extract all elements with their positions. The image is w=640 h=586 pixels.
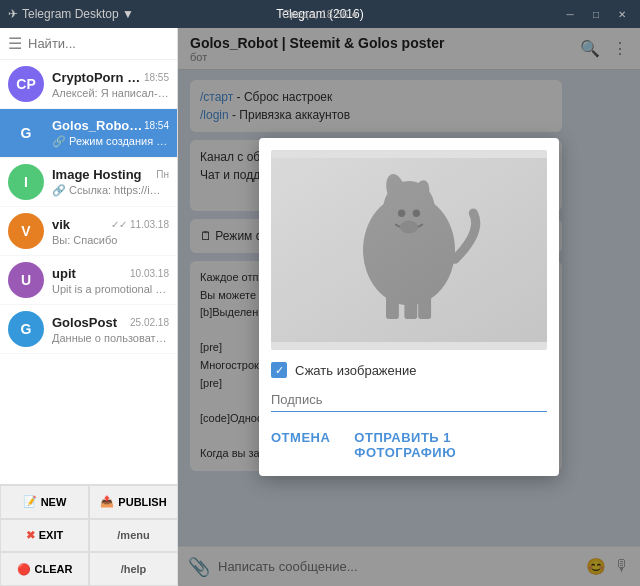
- chat-time: 25.02.18: [130, 317, 169, 328]
- compress-checkbox[interactable]: [271, 362, 287, 378]
- chat-item[interactable]: GGolos_Robot | Steem...18:54🔗 Режим созд…: [0, 109, 177, 158]
- chat-preview: Upit is a promotional servic...: [52, 283, 169, 295]
- chat-time: 18:55: [144, 72, 169, 83]
- avatar: U: [8, 262, 44, 298]
- chat-content: upit10.03.18Upit is a promotional servic…: [52, 266, 169, 295]
- chat-item[interactable]: CPCryptoPorn 🐛 Д...18:55Алексей: Я напис…: [0, 60, 177, 109]
- help-label: /help: [121, 563, 147, 575]
- chat-preview: Данные о пользователе go...: [52, 332, 169, 344]
- clock: Среда, 18:56 ●: [282, 8, 358, 20]
- clear-label: CLEAR: [35, 563, 73, 575]
- photo-preview: [271, 150, 547, 350]
- avatar: CP: [8, 66, 44, 102]
- chat-name: CryptoPorn 🐛 Д...: [52, 70, 144, 85]
- publish-icon: 📤: [100, 495, 114, 508]
- bottom-bar: 📝 NEW 📤 PUBLISH ✖ EXIT /menu 🔴 CLEAR /he…: [0, 484, 178, 586]
- chat-item[interactable]: GGolosPost25.02.18Данные о пользователе …: [0, 305, 177, 354]
- app-title: ✈ Telegram Desktop ▼: [8, 7, 134, 21]
- chat-time: 10.03.18: [130, 268, 169, 279]
- compress-option: Сжать изображение: [271, 362, 547, 378]
- chat-content: Golos_Robot | Steem...18:54🔗 Режим созда…: [52, 118, 169, 148]
- publish-label: PUBLISH: [118, 496, 166, 508]
- chat-content: Image HostingПн🔗 Ссылка: https://img.tgl…: [52, 167, 169, 197]
- search-bar: ☰: [0, 28, 177, 60]
- send-photo-button[interactable]: ОТПРАВИТЬ 1 ФОТОГРАФИЮ: [354, 426, 547, 464]
- chat-content: GolosPost25.02.18Данные о пользователе g…: [52, 315, 169, 344]
- modal-actions: ОТМЕНА ОТПРАВИТЬ 1 ФОТОГРАФИЮ: [271, 426, 547, 464]
- chat-item[interactable]: Vvik✓✓ 11.03.18Вы: Спасибо: [0, 207, 177, 256]
- help-button[interactable]: /help: [89, 552, 178, 586]
- chat-name: GolosPost: [52, 315, 117, 330]
- chat-content: CryptoPorn 🐛 Д...18:55Алексей: Я написал…: [52, 70, 169, 99]
- chat-preview: Алексей: Я написал- 2016: [52, 87, 169, 99]
- photo-send-modal: Сжать изображение ОТМЕНА ОТПРАВИТЬ 1 ФОТ…: [259, 138, 559, 476]
- chat-content: vik✓✓ 11.03.18Вы: Спасибо: [52, 217, 169, 246]
- minimize-button[interactable]: ─: [558, 5, 582, 23]
- sidebar: ☰ CPCryptoPorn 🐛 Д...18:55Алексей: Я нап…: [0, 28, 178, 586]
- exit-button[interactable]: ✖ EXIT: [0, 519, 89, 553]
- cancel-button[interactable]: ОТМЕНА: [271, 426, 330, 464]
- new-label: NEW: [41, 496, 67, 508]
- chat-name: vik: [52, 217, 70, 232]
- chat-time: ✓✓ 11.03.18: [111, 219, 169, 230]
- maximize-button[interactable]: □: [584, 5, 608, 23]
- chat-preview: 🔗 Ссылка: https://img.tgla...: [52, 184, 169, 197]
- chat-preview: 🔗 Режим создания поста: [52, 135, 169, 148]
- avatar: G: [8, 115, 44, 151]
- svg-rect-11: [271, 158, 547, 342]
- chat-name: Golos_Robot | Steem...: [52, 118, 144, 133]
- chat-item[interactable]: IImage HostingПн🔗 Ссылка: https://img.tg…: [0, 158, 177, 207]
- avatar: G: [8, 311, 44, 347]
- exit-icon: ✖: [26, 529, 35, 542]
- new-icon: 📝: [23, 495, 37, 508]
- hamburger-icon[interactable]: ☰: [8, 34, 22, 53]
- compress-label: Сжать изображение: [295, 363, 416, 378]
- chat-item[interactable]: Uupit10.03.18Upit is a promotional servi…: [0, 256, 177, 305]
- avatar: V: [8, 213, 44, 249]
- dog-image: [271, 150, 547, 350]
- chat-name: upit: [52, 266, 76, 281]
- chat-area: Golos_Robot | Steemit & Golos poster бот…: [178, 28, 640, 586]
- caption-input[interactable]: [271, 388, 547, 412]
- menu-button[interactable]: /menu: [89, 519, 178, 553]
- search-input[interactable]: [28, 36, 169, 51]
- close-button[interactable]: ✕: [610, 5, 634, 23]
- app-body: ☰ CPCryptoPorn 🐛 Д...18:55Алексей: Я нап…: [0, 28, 640, 586]
- chat-time: Пн: [156, 169, 169, 180]
- title-bar: ✈ Telegram Desktop ▼ Telegram (2016) Сре…: [0, 0, 640, 28]
- chat-preview: Вы: Спасибо: [52, 234, 169, 246]
- chat-name: Image Hosting: [52, 167, 142, 182]
- telegram-icon: ✈: [8, 7, 18, 21]
- exit-label: EXIT: [39, 529, 63, 541]
- avatar: I: [8, 164, 44, 200]
- new-button[interactable]: 📝 NEW: [0, 485, 89, 519]
- publish-button[interactable]: 📤 PUBLISH: [89, 485, 178, 519]
- clear-button[interactable]: 🔴 CLEAR: [0, 552, 89, 586]
- window-controls[interactable]: ─ □ ✕: [540, 0, 640, 28]
- clear-icon: 🔴: [17, 563, 31, 576]
- chat-time: 18:54: [144, 120, 169, 131]
- chat-list: CPCryptoPorn 🐛 Д...18:55Алексей: Я напис…: [0, 60, 177, 484]
- modal-overlay: Сжать изображение ОТМЕНА ОТПРАВИТЬ 1 ФОТ…: [178, 28, 640, 586]
- menu-label: /menu: [117, 529, 149, 541]
